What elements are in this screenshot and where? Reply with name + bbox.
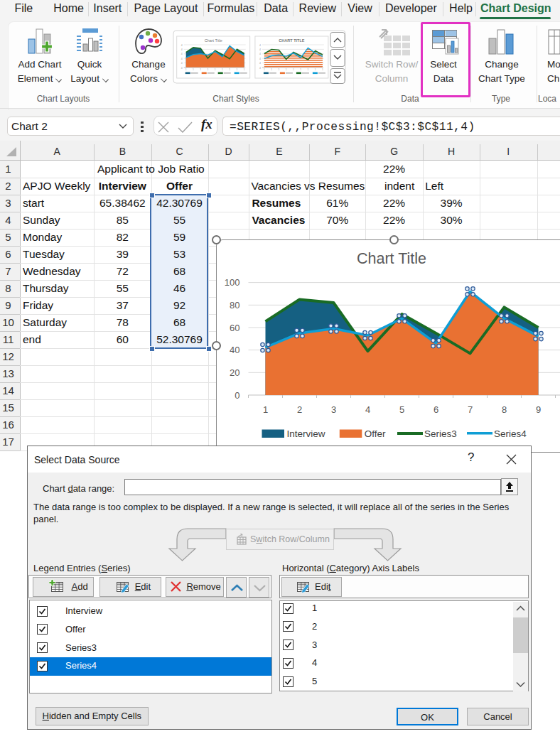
- svg-text:4: 4: [181, 58, 183, 60]
- svg-text:2: 2: [297, 404, 302, 415]
- svg-text:5: 5: [399, 404, 404, 415]
- svg-text:4: 4: [259, 53, 261, 55]
- svg-text:1: 1: [200, 68, 201, 71]
- svg-text:4: 4: [259, 67, 261, 70]
- svg-text:1: 1: [237, 68, 238, 71]
- svg-text:4: 4: [259, 62, 261, 65]
- svg-text:1: 1: [215, 68, 216, 71]
- svg-text:1: 1: [193, 68, 194, 71]
- svg-text:CHART TITLE: CHART TITLE: [279, 38, 304, 43]
- svg-text:1: 1: [229, 68, 230, 71]
- svg-text:1: 1: [279, 68, 280, 71]
- svg-text:4: 4: [181, 53, 183, 55]
- svg-text:1: 1: [322, 68, 323, 71]
- svg-text:60: 60: [230, 323, 239, 333]
- svg-text:1: 1: [222, 68, 223, 71]
- svg-text:4: 4: [259, 48, 261, 51]
- svg-text:4: 4: [181, 67, 183, 70]
- svg-text:1: 1: [244, 68, 245, 71]
- svg-text:100: 100: [225, 277, 240, 288]
- svg-text:4: 4: [181, 44, 183, 47]
- svg-text:8: 8: [502, 404, 507, 415]
- svg-text:4: 4: [259, 58, 261, 60]
- svg-text:1: 1: [286, 68, 287, 71]
- svg-text:1: 1: [263, 404, 268, 415]
- svg-text:Interview: Interview: [287, 428, 325, 439]
- svg-text:Series4: Series4: [494, 428, 527, 439]
- svg-text:1: 1: [293, 68, 294, 71]
- svg-text:Offer: Offer: [365, 428, 386, 439]
- svg-text:1: 1: [271, 68, 272, 71]
- svg-text:Series3: Series3: [424, 428, 457, 439]
- svg-text:9: 9: [536, 404, 541, 415]
- svg-text:40: 40: [230, 345, 239, 355]
- svg-text:4: 4: [259, 44, 261, 47]
- svg-text:20: 20: [230, 367, 239, 378]
- svg-text:4: 4: [181, 62, 183, 65]
- svg-text:1: 1: [300, 68, 301, 71]
- svg-text:3: 3: [331, 404, 336, 415]
- svg-text:Chart Title: Chart Title: [205, 38, 222, 43]
- svg-text:1: 1: [315, 68, 316, 71]
- svg-text:6: 6: [434, 404, 438, 415]
- svg-text:4: 4: [181, 48, 183, 51]
- svg-text:80: 80: [230, 300, 239, 311]
- svg-text:1: 1: [264, 68, 265, 71]
- svg-text:4: 4: [365, 404, 370, 415]
- svg-text:7: 7: [468, 404, 473, 415]
- svg-text:1: 1: [185, 68, 187, 71]
- svg-text:1: 1: [208, 68, 209, 71]
- svg-text:1: 1: [308, 68, 309, 71]
- svg-text:0: 0: [235, 390, 239, 401]
